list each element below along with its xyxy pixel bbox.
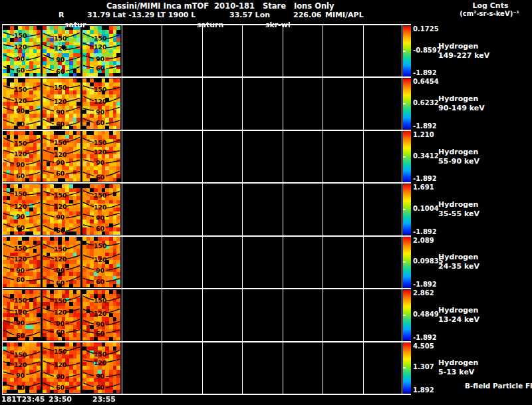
- contour-line-150: [106, 350, 120, 354]
- contour-label: 90: [96, 213, 105, 221]
- contour-line-90: [43, 213, 54, 217]
- contour-line-120: [26, 362, 40, 365]
- contour-line-150: [66, 347, 80, 350]
- contour-label: 90: [56, 108, 65, 116]
- contour-line-60: [43, 329, 54, 331]
- contour-line-60: [66, 385, 80, 388]
- energy-band-label: 5-13 keV: [438, 368, 474, 376]
- contour-line-90: [26, 323, 40, 325]
- row-separator-line: [2, 288, 411, 289]
- contour-line-150: [66, 296, 80, 300]
- contour-line-150: [43, 33, 54, 37]
- contour-line-150: [3, 296, 14, 299]
- species-label: Hydrogen: [438, 42, 478, 51]
- contour-line-120: [106, 151, 120, 153]
- contour-line-150: [26, 296, 40, 299]
- empty-column-separator: [283, 25, 283, 394]
- contour-line-60: [26, 68, 40, 70]
- contour-label: 60: [96, 174, 105, 181]
- contour-line-150: [3, 138, 14, 143]
- contour-line-90: [3, 372, 14, 374]
- contour-line-150: [43, 84, 54, 87]
- plot-area: 1501209060150120906015012090600.1725-0.8…: [0, 0, 532, 405]
- contour-line-150: [66, 192, 80, 196]
- species-label: Hydrogen: [438, 306, 478, 315]
- energy-band-label: 90-149 keV: [438, 104, 485, 112]
- contour-line-120: [83, 202, 94, 207]
- contour-overlay: 1501209060: [82, 342, 120, 393]
- contour-label: 150: [54, 246, 67, 253]
- contour-line-120: [26, 255, 40, 258]
- colorbar-mid-tick: [403, 367, 406, 368]
- contour-label: 120: [54, 308, 67, 315]
- contour-line-60: [83, 383, 94, 387]
- contour-line-60: [83, 279, 94, 281]
- contour-line-90: [106, 213, 120, 216]
- energy-band-label: 13-24 keV: [438, 315, 479, 324]
- contour-line-90: [66, 160, 80, 163]
- contour-label: 90: [16, 319, 25, 327]
- contour-label: 60: [56, 329, 65, 336]
- contour-label: 150: [94, 350, 107, 358]
- contour-line-90: [66, 57, 80, 60]
- contour-line-60: [106, 66, 120, 68]
- contour-label: 120: [94, 98, 107, 105]
- contour-label: 120: [54, 151, 67, 158]
- contour-label: 90: [96, 55, 105, 62]
- contour-label: 120: [94, 359, 107, 366]
- colorbar-mid-tick: [403, 103, 406, 104]
- colorbar-mid-label: 0.4849: [413, 311, 439, 318]
- contour-overlay: 1501209060: [3, 78, 41, 129]
- contour-line-120: [66, 203, 80, 205]
- contour-line-90: [66, 266, 80, 270]
- contour-label: 120: [54, 256, 67, 263]
- contour-label: 150: [14, 190, 27, 197]
- contour-label: 120: [94, 309, 107, 317]
- contour-label: 60: [56, 227, 65, 234]
- contour-line-120: [43, 308, 54, 311]
- contour-line-90: [43, 55, 54, 59]
- contour-line-150: [43, 348, 54, 350]
- contour-label: 120: [94, 203, 107, 211]
- contour-line-150: [83, 139, 94, 143]
- contour-line-90: [106, 321, 120, 325]
- contour-line-90: [26, 214, 40, 217]
- colorbar-mid-label: 0.1004: [413, 205, 439, 212]
- contour-label: 120: [14, 43, 27, 51]
- contour-line-150: [66, 86, 80, 88]
- empty-column-separator: [363, 25, 364, 394]
- contour-line-150: [106, 34, 120, 39]
- contour-label: 120: [14, 309, 27, 316]
- contour-line-120: [3, 308, 14, 311]
- contour-line-60: [83, 65, 94, 68]
- b-field-particle-flow-label: B-field Particle Flow: [465, 382, 532, 390]
- time-tick-label-2: 23:50: [49, 395, 72, 404]
- contour-line-120: [43, 256, 54, 259]
- contour-label: 90: [16, 213, 25, 220]
- contour-line-150: [83, 349, 94, 354]
- contour-line-150: [26, 193, 40, 194]
- colorbar-min-label: -1.892: [413, 334, 437, 341]
- energy-band-label: 149-227 keV: [438, 51, 489, 60]
- contour-line-120: [106, 98, 120, 102]
- contour-label: 150: [94, 35, 107, 42]
- contour-line-120: [26, 202, 40, 205]
- contour-line-60: [26, 121, 40, 124]
- contour-line-60: [43, 225, 54, 229]
- contour-label: 60: [16, 224, 25, 231]
- contour-label: 60: [96, 330, 105, 337]
- contour-line-120: [26, 100, 40, 102]
- colorbar-mid-tick: [403, 315, 406, 316]
- contour-label: 90: [16, 107, 25, 114]
- energy-band-label: 24-35 keV: [438, 262, 479, 271]
- contour-line-150: [3, 32, 14, 35]
- contour-label: 150: [94, 242, 107, 249]
- contour-line-120: [106, 309, 120, 313]
- colorbar-min-label: -1.892: [413, 228, 437, 235]
- contour-line-150: [66, 33, 80, 37]
- contour-line-90: [83, 267, 94, 270]
- contour-line-90: [43, 267, 54, 269]
- contour-line-60: [83, 331, 94, 333]
- row-separator-line: [2, 76, 411, 78]
- contour-line-90: [26, 57, 40, 60]
